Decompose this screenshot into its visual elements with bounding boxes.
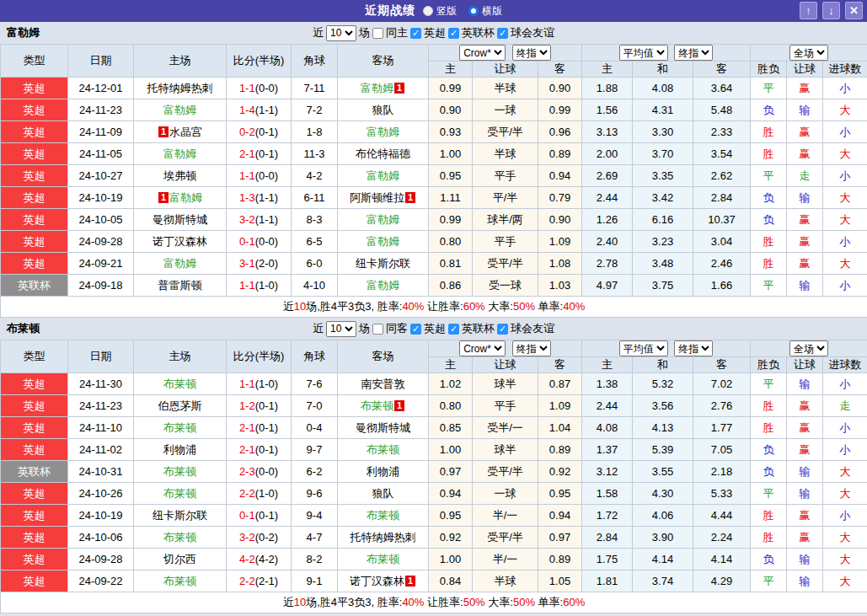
match-row: 英超24-11-05富勒姆2-1(0-1)11-3布伦特福德1.00半球0.89… bbox=[1, 143, 867, 165]
bookmaker-select[interactable]: Crow* bbox=[459, 45, 506, 61]
final-index-select-2[interactable]: 终指 bbox=[674, 340, 713, 356]
summary-text: 50% bbox=[513, 596, 535, 608]
final-index-select-2[interactable]: 终指 bbox=[674, 45, 713, 61]
result-handicap-cell: 赢 bbox=[787, 78, 823, 99]
league-label-premier: 英超 bbox=[424, 25, 446, 40]
scroll-down-button[interactable]: ↓ bbox=[822, 2, 840, 19]
corner-cell: 9-1 bbox=[292, 570, 338, 592]
avg-away-cell: 1.66 bbox=[693, 275, 751, 297]
match-count-select[interactable]: 10 bbox=[326, 321, 356, 337]
league-checkbox-friendly[interactable] bbox=[497, 324, 508, 335]
corner-cell: 9-6 bbox=[292, 483, 338, 505]
summary-text: 大率: bbox=[485, 300, 513, 313]
home-team-cell: 布莱顿 bbox=[134, 417, 227, 439]
horizontal-layout-radio[interactable] bbox=[468, 6, 479, 16]
league-checkbox-friendly[interactable] bbox=[497, 28, 508, 39]
odds-away-cell: 0.95 bbox=[538, 483, 582, 505]
league-checkbox-premier[interactable] bbox=[410, 28, 421, 39]
summary-text: 让胜率: bbox=[424, 300, 463, 313]
average-select[interactable]: 平均值 bbox=[619, 340, 668, 356]
league-checkbox-premier[interactable] bbox=[410, 324, 421, 335]
avg-away-cell: 2.46 bbox=[693, 253, 751, 275]
date-cell: 24-11-23 bbox=[68, 99, 134, 121]
score-cell: 1-2(0-1) bbox=[227, 395, 292, 417]
avg-away-cell: 7.05 bbox=[693, 439, 751, 461]
league-label-eflcup: 英联杯 bbox=[462, 321, 495, 336]
summary-text: 60% bbox=[463, 300, 485, 313]
handicap-cell: 球半 bbox=[473, 373, 538, 395]
match-row: 英超24-10-27埃弗顿1-1(0-0)4-2富勒姆0.95平手0.942.6… bbox=[1, 165, 867, 187]
home-team-cell: 布莱顿 bbox=[134, 527, 227, 549]
summary-text: 场,胜4平3负3, 胜率: bbox=[306, 596, 402, 608]
col-header-date: 日期 bbox=[68, 340, 134, 373]
result-outcome-cell: 负 bbox=[751, 187, 787, 209]
scope-select[interactable]: 全场 bbox=[789, 340, 828, 356]
league-label-friendly: 球会友谊 bbox=[511, 321, 554, 336]
avg-draw-cell: 4.13 bbox=[633, 417, 693, 439]
date-cell: 24-09-22 bbox=[68, 570, 134, 592]
home-team-cell: 纽卡斯尔联 bbox=[134, 505, 227, 527]
summary-text: 10 bbox=[294, 596, 306, 608]
team-name: 诺丁汉森林 bbox=[153, 235, 207, 248]
odds-home-cell: 0.80 bbox=[429, 395, 473, 417]
subcol-avg-home: 主 bbox=[582, 357, 633, 373]
team-name: 利物浦 bbox=[367, 465, 399, 478]
match-row: 英超24-11-10布莱顿2-1(0-1)0-4曼彻斯特城0.85受半/一1.0… bbox=[1, 417, 867, 439]
bookmaker-select[interactable]: Crow* bbox=[459, 340, 506, 356]
close-button[interactable]: ✕ bbox=[845, 2, 863, 19]
away-team-cell: 纽卡斯尔联 bbox=[338, 253, 429, 275]
col-header-home: 主场 bbox=[134, 45, 227, 78]
league-type-cell: 英超 bbox=[1, 99, 68, 121]
matches-table-1: 类型 日期 主场 比分(半场) 角球 客场 Crow* 终指 平均值 终指 全场… bbox=[0, 44, 867, 318]
league-checkbox-eflcup[interactable] bbox=[448, 28, 459, 39]
home-team-cell: 富勒姆 bbox=[134, 253, 227, 275]
corner-cell: 6-2 bbox=[292, 461, 338, 483]
odds-home-cell: 1.11 bbox=[429, 187, 473, 209]
vertical-layout-radio[interactable] bbox=[423, 6, 433, 16]
scroll-up-button[interactable]: ↑ bbox=[800, 2, 817, 19]
same-venue-label: 同主 bbox=[386, 25, 408, 40]
date-cell: 24-10-19 bbox=[68, 505, 134, 527]
team-name: 利物浦 bbox=[163, 443, 196, 456]
odds-away-cell: 0.99 bbox=[538, 99, 582, 121]
final-index-select-1[interactable]: 终指 bbox=[512, 45, 551, 61]
corner-cell: 7-0 bbox=[292, 395, 338, 417]
score-cell: 2-2(1-0) bbox=[227, 483, 292, 505]
final-index-select-1[interactable]: 终指 bbox=[512, 340, 551, 356]
league-type-cell: 英超 bbox=[1, 209, 68, 231]
handicap-cell: 受平/半 bbox=[473, 527, 538, 549]
fulltime-score: 1-1 bbox=[239, 279, 255, 292]
avg-home-cell: 2.84 bbox=[582, 527, 633, 549]
league-type-cell: 英超 bbox=[1, 417, 68, 439]
avg-home-cell: 2.00 bbox=[582, 143, 633, 165]
result-handicap-cell: 输 bbox=[787, 373, 823, 395]
scope-select[interactable]: 全场 bbox=[789, 45, 828, 61]
summary-row: 近10场,胜4平3负3, 胜率:40% 让胜率:60% 大率:50% 单率:40… bbox=[1, 297, 867, 318]
team-section-header-2: 布莱顿 近 10 场 同客 英超 英联杯 球会友谊 bbox=[0, 318, 867, 340]
handicap-cell: 半球 bbox=[473, 143, 538, 165]
avg-home-cell: 1.26 bbox=[582, 209, 633, 231]
avg-draw-cell: 3.75 bbox=[633, 275, 693, 297]
match-count-select[interactable]: 10 bbox=[326, 25, 356, 41]
handicap-cell: 平手 bbox=[473, 165, 538, 187]
odds-away-cell: 0.92 bbox=[538, 461, 582, 483]
league-label-eflcup: 英联杯 bbox=[462, 25, 495, 40]
handicap-cell: 一球 bbox=[473, 99, 538, 121]
halftime-score: (0-0) bbox=[255, 169, 278, 182]
team-name: 诺丁汉森林 bbox=[350, 575, 404, 587]
score-cell: 1-3(1-1) bbox=[227, 187, 292, 209]
result-outcome-cell: 平 bbox=[751, 373, 787, 395]
same-venue-checkbox[interactable] bbox=[372, 28, 383, 39]
date-cell: 24-09-28 bbox=[68, 549, 134, 570]
same-venue-checkbox[interactable] bbox=[372, 324, 383, 335]
odds-away-cell: 0.94 bbox=[538, 165, 582, 187]
near-label: 近 bbox=[313, 25, 324, 40]
average-select[interactable]: 平均值 bbox=[619, 45, 668, 61]
result-outcome-cell: 胜 bbox=[751, 505, 787, 527]
summary-text: 场,胜4平3负3, 胜率: bbox=[306, 300, 402, 313]
result-goals-cell: 大 bbox=[823, 187, 867, 209]
summary-text: 单率: bbox=[535, 300, 563, 313]
corner-cell: 9-4 bbox=[292, 505, 338, 527]
league-label-friendly: 球会友谊 bbox=[511, 25, 554, 40]
league-checkbox-eflcup[interactable] bbox=[448, 324, 459, 335]
